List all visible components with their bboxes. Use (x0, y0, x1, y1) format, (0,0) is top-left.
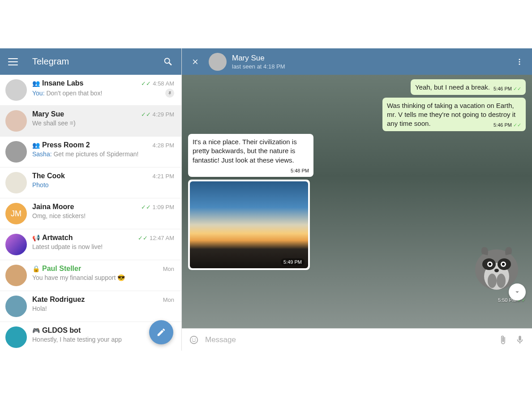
new-message-button[interactable] (149, 320, 173, 344)
svg-point-14 (190, 336, 198, 343)
avatar (5, 326, 27, 348)
chat-name: The Cook (32, 172, 153, 180)
message-text: Yeah, but I need a break. (415, 83, 490, 91)
contact-avatar[interactable] (209, 53, 227, 71)
message-area[interactable]: Yeah, but I need a break. 5:46 PM✓✓ Was … (182, 75, 532, 328)
channel-icon: 📢 (32, 234, 40, 241)
chat-item-press-room[interactable]: 👥 Press Room 2 4:28 PM Sasha: Get me pic… (0, 137, 181, 167)
read-checks-icon: ✓✓ (138, 235, 148, 241)
chat-time: 12:47 AM (150, 235, 174, 241)
chat-item-the-cook[interactable]: The Cook 4:21 PM Photo (0, 167, 181, 198)
sidebar: Telegram 👥 Insane Labs ✓✓ 4:58 AM You: D… (0, 48, 182, 351)
avatar (5, 79, 27, 101)
chat-name: Paul Steller (42, 265, 163, 273)
chat-item-jaina-moore[interactable]: JM Jaina Moore ✓✓ 1:09 PM Omg, nice stic… (0, 198, 181, 229)
chat-time: Mon (163, 266, 174, 272)
more-icon[interactable] (513, 56, 526, 68)
read-checks-icon: ✓✓ (141, 111, 151, 118)
svg-point-13 (497, 274, 506, 288)
chat-preview: Omg, nice stickers! (32, 212, 174, 219)
chat-name: Insane Labs (42, 79, 141, 87)
svg-point-0 (519, 59, 520, 60)
chat-preview: You have my financial support 😎 (32, 274, 174, 281)
chat-preview: We shall see =) (32, 120, 174, 127)
svg-point-2 (519, 63, 520, 64)
photo-attachment[interactable]: 5:49 PM (190, 181, 308, 268)
close-icon[interactable] (188, 55, 202, 69)
avatar (5, 234, 27, 255)
read-checks-icon: ✓✓ (513, 86, 521, 91)
menu-icon[interactable] (8, 58, 18, 65)
app-title: Telegram (32, 56, 163, 67)
chat-item-paul-steller[interactable]: 🔒 Paul Steller Mon You have my financial… (0, 260, 181, 291)
chat-name: Jaina Moore (32, 203, 141, 211)
read-checks-icon: ✓✓ (141, 204, 151, 210)
avatar (5, 296, 27, 317)
chat-time: 4:21 PM (153, 173, 174, 180)
attach-icon[interactable] (497, 334, 509, 346)
message-incoming[interactable]: It's a nice place. Their civilization is… (188, 134, 526, 177)
message-input[interactable] (205, 335, 492, 344)
message-outgoing[interactable]: Yeah, but I need a break. 5:46 PM✓✓ (188, 79, 526, 95)
chat-preview: Photo (32, 181, 174, 189)
svg-point-11 (494, 269, 499, 272)
chat-preview: Sasha: Get me pictures of Spiderman! (32, 150, 174, 158)
read-checks-icon: ✓✓ (141, 80, 151, 87)
chat-time: 1:09 PM (153, 204, 174, 210)
pin-icon (165, 89, 174, 98)
avatar: JM (5, 203, 27, 224)
chat-header: Mary Sue last seen at 4:18 PM (182, 48, 532, 75)
scroll-down-button[interactable] (509, 283, 526, 300)
chat-preview: Hola! (32, 305, 174, 312)
group-icon: 👥 (32, 80, 40, 87)
chat-item-kate-rodriguez[interactable]: Kate Rodriguez Mon Hola! (0, 291, 181, 322)
lock-icon: 🔒 (32, 265, 40, 272)
message-time: 5:49 PM (281, 258, 305, 266)
svg-point-16 (195, 339, 196, 339)
avatar (5, 110, 27, 132)
svg-point-10 (502, 263, 505, 266)
message-time: 5:46 PM (493, 86, 512, 91)
sidebar-header: Telegram (0, 48, 181, 75)
input-bar (182, 328, 532, 351)
bot-icon: 🎮 (32, 327, 40, 334)
message-text: It's a nice place. Their civilization is… (193, 138, 297, 164)
chat-preview: Latest udpate is now live! (32, 243, 174, 250)
chat-list[interactable]: 👥 Insane Labs ✓✓ 4:58 AM You: Don't open… (0, 75, 181, 351)
message-time: 5:46 PM (493, 122, 512, 128)
avatar (5, 172, 27, 193)
chat-item-artwatch[interactable]: 📢 Artwatch ✓✓ 12:47 AM Latest udpate is … (0, 229, 181, 260)
telegram-app: Telegram 👥 Insane Labs ✓✓ 4:58 AM You: D… (0, 48, 532, 351)
svg-point-12 (488, 274, 497, 288)
chat-name: Mary Sue (32, 110, 141, 118)
chat-time: 4:28 PM (153, 142, 174, 149)
emoji-icon[interactable] (188, 334, 200, 346)
chat-item-insane-labs[interactable]: 👥 Insane Labs ✓✓ 4:58 AM You: Don't open… (0, 75, 181, 106)
svg-point-1 (519, 61, 520, 62)
read-checks-icon: ✓✓ (513, 122, 521, 128)
group-icon: 👥 (32, 142, 40, 149)
avatar (5, 265, 27, 286)
contact-info[interactable]: Mary Sue last seen at 4:18 PM (232, 54, 513, 70)
chat-time: Mon (163, 296, 174, 303)
chat-time: 4:58 AM (153, 80, 174, 87)
contact-status: last seen at 4:18 PM (232, 63, 513, 70)
chat-name: Kate Rodriguez (32, 296, 163, 304)
contact-name: Mary Sue (232, 54, 513, 63)
chat-time: 4:29 PM (153, 111, 174, 118)
chat-preview: You: Don't open that box! (32, 90, 163, 97)
chat-item-mary-sue[interactable]: Mary Sue ✓✓ 4:29 PM We shall see =) (0, 106, 181, 137)
chat-panel: Mary Sue last seen at 4:18 PM Yeah, but … (182, 48, 532, 351)
microphone-icon[interactable] (514, 334, 526, 346)
avatar (5, 141, 27, 163)
chat-name: Artwatch (42, 234, 138, 242)
svg-point-15 (192, 339, 193, 339)
message-outgoing[interactable]: Was thinking of taking a vacation on Ear… (188, 98, 526, 131)
chat-name: Press Room 2 (42, 141, 153, 149)
svg-point-9 (489, 263, 491, 266)
search-icon[interactable] (163, 57, 173, 67)
message-time: 5:48 PM (291, 168, 309, 173)
